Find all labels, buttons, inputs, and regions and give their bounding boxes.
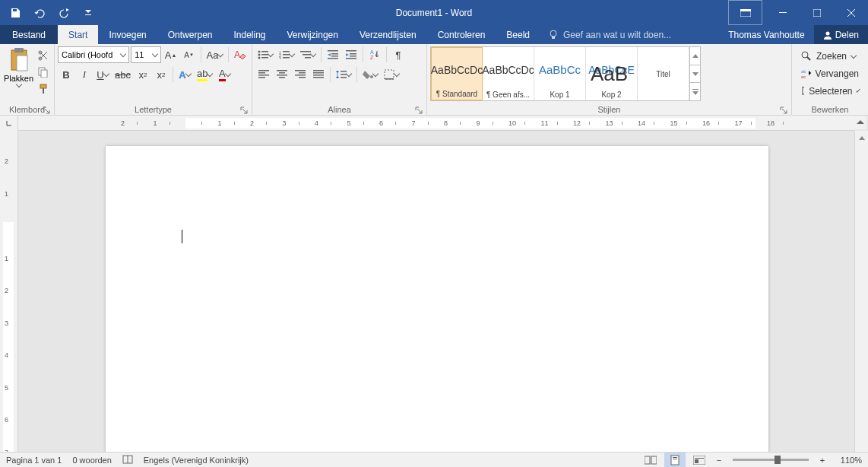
tab-mailings[interactable]: Verzendlijsten (349, 25, 427, 44)
decrease-indent-button[interactable] (325, 46, 341, 63)
svg-text:Z: Z (370, 55, 374, 60)
font-name-combo[interactable]: Calibri (Hoofd (58, 46, 129, 63)
chevron-down-icon (289, 50, 295, 56)
line-spacing-button[interactable] (334, 66, 353, 83)
font-color-button[interactable]: A (216, 66, 233, 83)
proofing-button[interactable] (122, 454, 133, 466)
dialog-launcher-clipboard[interactable] (43, 103, 52, 113)
replace-button[interactable]: abacVervangen (798, 65, 862, 82)
svg-point-6 (825, 31, 829, 35)
read-mode-button[interactable] (640, 453, 661, 468)
tab-review[interactable]: Controleren (427, 25, 496, 44)
borders-button[interactable] (382, 66, 401, 83)
format-painter-button[interactable] (36, 81, 51, 97)
underline-button[interactable]: U (94, 66, 111, 83)
word-count[interactable]: 0 woorden (72, 456, 111, 465)
scroll-down-icon[interactable] (690, 65, 700, 84)
tab-layout[interactable]: Indeling (223, 25, 276, 44)
chevron-down-icon (851, 52, 857, 58)
tab-selector[interactable] (0, 116, 18, 131)
style-standaard[interactable]: AaBbCcDc¶ Standaard (431, 47, 483, 100)
zoom-thumb[interactable] (775, 456, 781, 464)
bold-button[interactable]: B (58, 66, 74, 83)
font-size-combo[interactable]: 11 (131, 46, 160, 63)
style-geen-afstand[interactable]: AaBbCcDc¶ Geen afs... (483, 47, 534, 100)
scroll-up-icon[interactable] (690, 47, 700, 65)
print-layout-button[interactable] (664, 453, 686, 468)
zoom-in-button[interactable]: + (816, 453, 828, 468)
zoom-out-button[interactable]: − (713, 453, 725, 468)
collapse-ribbon-button[interactable] (854, 116, 866, 129)
clear-formatting-button[interactable]: A (232, 46, 249, 63)
ribbon-display-options-button[interactable] (728, 0, 762, 25)
web-layout-button[interactable] (689, 453, 710, 468)
dialog-launcher-styles[interactable] (780, 103, 789, 113)
cut-button[interactable] (36, 48, 51, 63)
maximize-button[interactable] (800, 0, 834, 25)
justify-icon (313, 70, 324, 79)
language-status[interactable]: Engels (Verenigd Koninkrijk) (144, 456, 249, 465)
strikethrough-button[interactable]: abc (112, 66, 133, 83)
save-button[interactable] (5, 2, 26, 24)
tab-home[interactable]: Start (58, 25, 98, 44)
increase-indent-button[interactable] (343, 46, 360, 63)
redo-button[interactable] (53, 2, 74, 24)
justify-button[interactable] (310, 66, 327, 83)
page-status[interactable]: Pagina 1 van 1 (6, 456, 62, 465)
user-name[interactable]: Thomas Vanhoutte (719, 25, 814, 44)
copy-button[interactable] (36, 65, 51, 80)
show-marks-button[interactable]: ¶ (390, 46, 407, 63)
document-page[interactable] (106, 146, 768, 452)
shading-button[interactable] (360, 66, 380, 83)
change-case-button[interactable]: Aa (204, 46, 225, 63)
find-button[interactable]: Zoeken (798, 48, 862, 65)
dialog-launcher-font[interactable] (240, 103, 249, 113)
align-left-button[interactable] (255, 66, 272, 83)
tab-design[interactable]: Ontwerpen (157, 25, 223, 44)
undo-button[interactable] (29, 2, 50, 24)
style-titel[interactable]: AaBTitel (638, 47, 689, 100)
share-button[interactable]: Delen (814, 25, 868, 44)
expand-icon[interactable] (690, 83, 700, 100)
tab-references[interactable]: Verwijzingen (277, 25, 349, 44)
tell-me-search[interactable]: Geef aan wat u wilt doen... (540, 25, 719, 44)
qat-customize-button[interactable] (78, 2, 99, 24)
italic-button[interactable]: I (76, 66, 93, 83)
close-button[interactable] (834, 0, 868, 25)
dialog-launcher-paragraph[interactable] (415, 103, 424, 113)
tab-insert[interactable]: Invoegen (98, 25, 157, 44)
svg-rect-63 (385, 78, 394, 80)
grow-font-button[interactable]: A▲ (163, 46, 179, 63)
svg-rect-75 (695, 458, 704, 459)
bullets-button[interactable] (255, 46, 275, 63)
text-effects-button[interactable]: A (176, 66, 193, 83)
vertical-scrollbar[interactable] (854, 131, 868, 452)
chevron-down-icon (151, 50, 157, 56)
zoom-slider[interactable] (733, 459, 809, 461)
tab-file[interactable]: Bestand (0, 25, 58, 44)
style-kop-1[interactable]: AaBbCcKop 1 (534, 47, 586, 100)
scroll-up-button[interactable] (855, 131, 868, 145)
styles-more[interactable] (689, 47, 700, 100)
sort-button[interactable]: AZ (366, 46, 383, 63)
multilevel-list-button[interactable] (298, 46, 318, 63)
page-scroll[interactable] (18, 131, 854, 452)
paste-button[interactable]: Plakken (3, 46, 34, 101)
tab-view[interactable]: Beeld (496, 25, 540, 44)
highlight-button[interactable]: ab (195, 66, 214, 83)
align-center-button[interactable] (274, 66, 290, 83)
align-right-button[interactable] (292, 66, 309, 83)
select-button[interactable]: Selecteren (798, 83, 862, 100)
clipboard-icon (8, 48, 30, 72)
horizontal-ruler[interactable]: 21123456789101112131415161718 (18, 116, 854, 131)
superscript-button[interactable]: x2 (153, 66, 169, 83)
spacing-icon (336, 69, 347, 80)
bullets-icon (258, 50, 268, 59)
svg-rect-8 (14, 48, 24, 52)
subscript-button[interactable]: x2 (135, 66, 151, 83)
shrink-font-button[interactable]: A▼ (181, 46, 198, 63)
zoom-level[interactable]: 110% (832, 456, 862, 465)
vertical-ruler[interactable]: 2112345678 (0, 131, 18, 452)
numbering-button[interactable]: 123 (277, 46, 296, 63)
minimize-button[interactable] (765, 0, 800, 25)
